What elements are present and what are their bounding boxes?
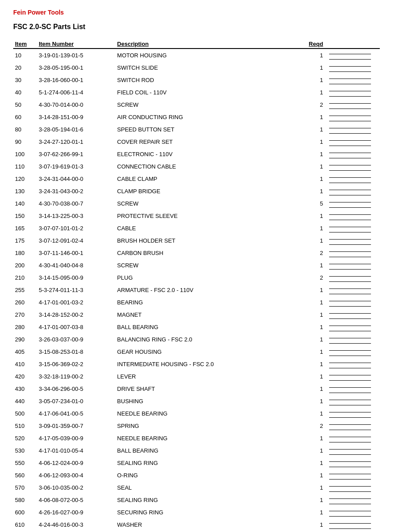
- cell-lines: [327, 234, 380, 247]
- cell-reqd: 1: [305, 494, 327, 506]
- write-line: [329, 162, 371, 165]
- write-line: [329, 520, 371, 524]
- cell-item: 260: [13, 296, 37, 308]
- cell-item-number: 3-32-18-119-00-2: [37, 370, 115, 382]
- write-line: [329, 224, 371, 227]
- cell-item: 550: [13, 457, 37, 469]
- cell-reqd: 1: [305, 321, 327, 333]
- cell-item: 140: [13, 197, 37, 210]
- cell-item: 440: [13, 395, 37, 407]
- table-row: 2555-3-274-011-11-3ARMATURE - FSC 2.0 - …: [13, 284, 380, 296]
- table-row: 1803-07-11-146-00-1CARBON BRUSH2: [13, 247, 380, 259]
- cell-description: LEVER: [115, 370, 305, 382]
- write-line: [329, 495, 371, 499]
- table-row: 2103-14-15-095-00-9PLUG2: [13, 271, 380, 284]
- cell-description: CABLE CLAMP: [115, 172, 305, 185]
- cell-lines: [327, 160, 380, 172]
- write-line: [329, 397, 371, 400]
- table-row: 2604-17-01-001-03-2BEARING1: [13, 296, 380, 308]
- write-line: [329, 51, 371, 54]
- cell-lines: [327, 395, 380, 407]
- cell-description: CABLE: [115, 222, 305, 234]
- cell-description: CONNECTION CABLE: [115, 160, 305, 172]
- cell-item: 130: [13, 185, 37, 197]
- cell-description: SEAL: [115, 481, 305, 494]
- cell-item-number: 4-17-01-007-03-8: [37, 321, 115, 333]
- write-line: [329, 285, 371, 289]
- table-row: 4053-15-08-253-01-8GEAR HOUSING1: [13, 345, 380, 358]
- cell-lines: [327, 98, 380, 111]
- write-line: [329, 476, 371, 480]
- cell-lines: [327, 358, 380, 370]
- cell-item-number: 5-1-274-006-11-4: [37, 86, 115, 98]
- cell-item: 10: [13, 49, 37, 61]
- cell-item: 150: [13, 210, 37, 222]
- cell-reqd: 1: [305, 469, 327, 481]
- cell-item: 40: [13, 86, 37, 98]
- write-line: [329, 508, 371, 511]
- cell-reqd: 1: [305, 333, 327, 345]
- table-row: 1753-07-12-091-02-4BRUSH HOLDER SET1: [13, 234, 380, 247]
- cell-item-number: 3-15-08-253-01-8: [37, 345, 115, 358]
- write-line: [329, 390, 371, 393]
- cell-item: 610: [13, 518, 37, 531]
- write-line: [329, 525, 371, 529]
- table-row: 6104-24-46-016-00-3WASHER1: [13, 518, 380, 531]
- write-line: [329, 241, 371, 245]
- cell-reqd: 1: [305, 407, 327, 420]
- cell-reqd: 1: [305, 61, 327, 74]
- write-line: [329, 229, 371, 232]
- table-row: 1503-14-13-225-00-3PROTECTIVE SLEEVE1: [13, 210, 380, 222]
- cell-reqd: 1: [305, 432, 327, 444]
- write-line: [329, 446, 371, 450]
- table-row: 4403-05-07-234-01-0BUSHING1: [13, 395, 380, 407]
- cell-description: ELECTRONIC - 110V: [115, 148, 305, 160]
- cell-reqd: 1: [305, 296, 327, 308]
- cell-description: SWITCH ROD: [115, 74, 305, 86]
- cell-reqd: 1: [305, 49, 327, 61]
- cell-reqd: 2: [305, 420, 327, 432]
- cell-item-number: 4-30-70-014-00-0: [37, 98, 115, 111]
- cell-item: 570: [13, 481, 37, 494]
- cell-item: 410: [13, 358, 37, 370]
- table-row: 1653-07-07-101-01-2CABLE1: [13, 222, 380, 234]
- table-row: 5804-06-08-072-00-5SEALING RING1: [13, 494, 380, 506]
- write-line: [329, 236, 371, 240]
- table-row: 504-30-70-014-00-0SCREW2: [13, 98, 380, 111]
- cell-item-number: 4-06-08-072-00-5: [37, 494, 115, 506]
- write-line: [329, 360, 371, 363]
- cell-lines: [327, 457, 380, 469]
- table-row: 903-24-27-120-01-1COVER REPAIR SET1: [13, 135, 380, 148]
- write-line: [329, 352, 371, 356]
- table-row: 5304-17-01-010-05-4BALL BEARING1: [13, 444, 380, 457]
- write-line: [329, 137, 371, 141]
- cell-description: SPRING: [115, 420, 305, 432]
- cell-reqd: 1: [305, 259, 327, 271]
- write-line: [329, 513, 371, 517]
- cell-item: 90: [13, 135, 37, 148]
- write-line: [329, 335, 371, 338]
- write-line: [329, 150, 371, 153]
- write-line: [329, 248, 371, 252]
- cell-item-number: 3-24-31-043-00-2: [37, 185, 115, 197]
- cell-reqd: 1: [305, 210, 327, 222]
- cell-item: 20: [13, 61, 37, 74]
- table-row: 303-28-16-060-00-1SWITCH ROD1: [13, 74, 380, 86]
- cell-description: SEALING RING: [115, 457, 305, 469]
- write-line: [329, 125, 371, 128]
- write-line: [329, 471, 371, 474]
- write-line: [329, 56, 371, 60]
- cell-description: COVER REPAIR SET: [115, 135, 305, 148]
- write-line: [329, 434, 371, 437]
- cell-description: BRUSH HOLDER SET: [115, 234, 305, 247]
- table-row: 1404-30-70-038-00-7SCREW5: [13, 197, 380, 210]
- cell-item: 165: [13, 222, 37, 234]
- cell-item: 30: [13, 74, 37, 86]
- write-line: [329, 421, 371, 425]
- cell-item: 255: [13, 284, 37, 296]
- table-row: 103-19-01-139-01-5MOTOR HOUSING1: [13, 49, 380, 61]
- table-row: 603-14-28-151-00-9AIR CONDUCTING RING1: [13, 111, 380, 123]
- cell-lines: [327, 271, 380, 284]
- cell-reqd: 1: [305, 284, 327, 296]
- table-row: 5604-06-12-093-00-4O-RING1: [13, 469, 380, 481]
